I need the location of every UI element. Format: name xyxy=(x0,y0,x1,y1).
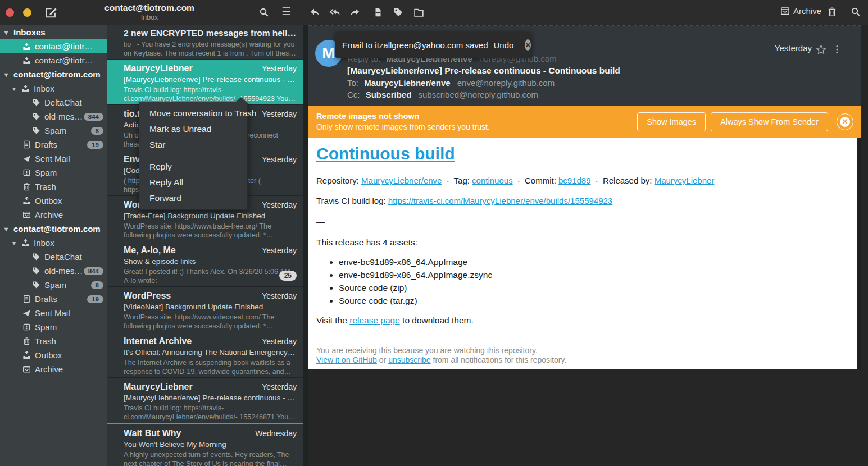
sidebar-item-contact-tiotr[interactable]: contact@tiotr… xyxy=(0,53,107,67)
trash-icon[interactable] xyxy=(827,7,837,17)
sidebar-item-label: Outbox xyxy=(35,350,62,360)
reply-icon[interactable] xyxy=(309,7,320,18)
toast-close-icon[interactable]: ✕ xyxy=(525,39,531,51)
expander-icon[interactable]: ▾ xyxy=(12,239,21,247)
undo-button[interactable]: Undo xyxy=(488,40,520,50)
drafts-icon xyxy=(22,295,31,303)
menu-item-mark-as-unread[interactable]: Mark as Unread xyxy=(139,121,247,137)
commit-link[interactable]: bc91d89 xyxy=(558,176,591,185)
sidebar-item-label: Sent Mail xyxy=(35,154,70,163)
unsubscribe-link[interactable]: unsubscribe xyxy=(388,355,431,364)
sidebar-item-deltachat[interactable]: DeltaChat xyxy=(0,250,107,264)
visit-line: Visit the release page to download them. xyxy=(316,316,846,326)
unread-count-badge: 8 xyxy=(91,127,103,135)
titlebar: contact@tiotrom.com Inbox ☰ Archive xyxy=(0,0,868,25)
sidebar-item-sent-mail[interactable]: Sent Mail xyxy=(0,152,107,166)
archive-button[interactable]: Archive xyxy=(780,6,821,16)
release-page-link[interactable]: release page xyxy=(349,316,400,325)
sidebar-item-spam[interactable]: Spam xyxy=(0,320,107,334)
sidebar-item-drafts[interactable]: Drafts 19 xyxy=(0,292,107,306)
sidebar-item-contact-tiotr[interactable]: contact@tiotr… xyxy=(0,39,107,53)
menu-item-forward[interactable]: Forward xyxy=(139,190,247,206)
email-list-item-maurycyliebner[interactable]: MaurycyLiebner Yesterday [MaurycyLiebner… xyxy=(107,60,303,105)
folder-icon[interactable] xyxy=(413,7,424,18)
email-subject: [MaurycyLiebner/enve] Pre-release contin… xyxy=(124,75,297,84)
sidebar-item-contact-tiotrom-com[interactable]: ▾ contact@tiotrom.com xyxy=(0,222,107,236)
sidebar-item-old-messages[interactable]: old-messages 844 xyxy=(0,109,107,124)
message-menu-icon[interactable] xyxy=(832,44,842,54)
account-title: contact@tiotrom.com xyxy=(82,3,217,13)
email-list-item-wait-but-why[interactable]: Wait But Why Wednesday You Won't Believe… xyxy=(107,423,303,466)
unread-count-badge: 844 xyxy=(84,113,103,121)
view-on-github-link[interactable]: View it on GitHub xyxy=(316,355,377,364)
email-list-item-internet-archive[interactable]: Internet Archive Yesterday It's Official… xyxy=(107,332,303,378)
build-log-link[interactable]: https://travis-ci.com/MaurycyLiebner/env… xyxy=(388,196,612,205)
always-show-from-sender-button[interactable]: Always Show From Sender xyxy=(711,112,828,131)
document-icon[interactable] xyxy=(373,7,383,17)
email-preview: Travis CI build log: https://travis-ci.c… xyxy=(124,404,297,422)
menu-item-reply[interactable]: Reply xyxy=(139,159,247,175)
message-body-scrollbar[interactable] xyxy=(857,138,861,369)
repository-link[interactable]: MaurycyLiebner/enve xyxy=(361,176,442,185)
sidebar-item-spam[interactable]: Spam 8 xyxy=(0,124,107,138)
sidebar-item-inbox[interactable]: ▾ Inbox xyxy=(0,236,107,250)
banner-title: Remote images not shown xyxy=(316,112,490,121)
email-list-item-2-new-encrypted-messages-from-hellobot-geek5[interactable]: 2 new ENCRYPTED messages from hellobot &… xyxy=(107,25,303,60)
sidebar-item-archive[interactable]: Archive xyxy=(0,208,107,222)
window-close-button[interactable] xyxy=(6,8,14,17)
email-subject: [Trade-Free] Background Update Finished xyxy=(124,212,297,220)
inbox-icon xyxy=(22,42,31,51)
menu-item-move-to-trash[interactable]: Move conversation to Trash xyxy=(139,106,247,121)
banner-subtitle: Only show remote images from senders you… xyxy=(316,122,490,131)
conversation-count-badge: 25 xyxy=(279,271,297,281)
sidebar-item-drafts[interactable]: Drafts 19 xyxy=(0,138,107,152)
expander-icon[interactable]: ▾ xyxy=(4,71,13,79)
tag-link[interactable]: continuous xyxy=(472,176,513,185)
sidebar-item-outbox[interactable]: Outbox xyxy=(0,348,107,362)
released-by-link[interactable]: MaurycyLiebner xyxy=(655,176,715,185)
sidebar-item-label: old-messages xyxy=(44,266,84,276)
menu-icon[interactable]: ☰ xyxy=(281,5,291,18)
folder-sidebar: ▾ Inboxes contact@tiotr… contact@tiotr… … xyxy=(0,25,107,466)
compose-button[interactable] xyxy=(45,6,57,19)
email-list: 2 new ENCRYPTED messages from hellobot &… xyxy=(107,25,303,466)
menu-item-reply-all[interactable]: Reply All xyxy=(139,175,247,190)
email-list-item-wordpress[interactable]: WordPress Yesterday [VideoNeat] Backgrou… xyxy=(107,287,303,332)
assets-intro: This release has 4 assets: xyxy=(316,237,846,248)
tag-icon[interactable] xyxy=(393,7,403,17)
outbox-icon xyxy=(22,351,31,359)
email-subject: 2 new ENCRYPTED messages from hellobot &… xyxy=(124,28,297,38)
sidebar-item-outbox[interactable]: Outbox xyxy=(0,194,107,208)
email-list-scrollbar[interactable] xyxy=(303,25,308,466)
sidebar-item-label: Inbox xyxy=(34,84,54,93)
sidebar-item-trash[interactable]: Trash xyxy=(0,180,107,194)
sidebar-item-label: old-messages xyxy=(44,112,84,121)
banner-close-icon[interactable]: ✕ xyxy=(837,113,853,130)
sidebar-item-sent-mail[interactable]: Sent Mail xyxy=(0,306,107,320)
expander-icon[interactable]: ▾ xyxy=(4,225,13,233)
release-title-link[interactable]: Continuous build xyxy=(316,144,455,163)
sidebar-item-spam[interactable]: Spam xyxy=(0,166,107,180)
sidebar-item-deltachat[interactable]: DeltaChat xyxy=(0,95,107,109)
sidebar-item-spam[interactable]: Spam 8 xyxy=(0,278,107,292)
email-list-item-me-a-lo-me[interactable]: Me, A-lo, Me Yesterday Show & episode li… xyxy=(107,241,303,287)
star-icon[interactable] xyxy=(816,44,826,55)
menu-item-star[interactable]: Star xyxy=(139,137,247,153)
sidebar-item-contact-tiotrom-com[interactable]: ▾ contact@tiotrom.com xyxy=(0,67,107,81)
show-images-button[interactable]: Show Images xyxy=(637,112,706,131)
unread-count-badge: 8 xyxy=(91,281,103,289)
search-icon[interactable] xyxy=(851,7,861,17)
window-minimize-button[interactable] xyxy=(23,8,31,17)
sidebar-item-old-messages[interactable]: old-messages 844 xyxy=(0,264,107,278)
sidebar-item-archive[interactable]: Archive xyxy=(0,362,107,376)
reply-all-icon[interactable] xyxy=(329,7,340,18)
expander-icon[interactable]: ▾ xyxy=(4,29,13,36)
email-list-item-maurycyliebner[interactable]: MaurycyLiebner Yesterday [MaurycyLiebner… xyxy=(107,378,303,423)
forward-icon[interactable] xyxy=(349,7,361,18)
sidebar-item-label: Inboxes xyxy=(13,28,46,37)
sidebar-item-inbox[interactable]: ▾ Inbox xyxy=(0,81,107,95)
search-icon[interactable] xyxy=(259,7,269,17)
sidebar-item-inboxes[interactable]: ▾ Inboxes xyxy=(0,25,107,39)
sidebar-item-trash[interactable]: Trash xyxy=(0,334,107,348)
expander-icon[interactable]: ▾ xyxy=(12,85,21,93)
